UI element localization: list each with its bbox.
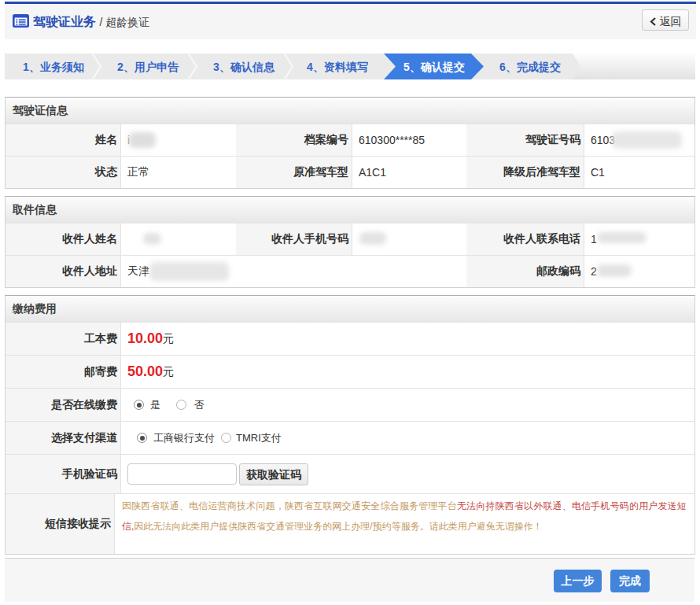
svg-text:3、确认信息: 3、确认信息 [213, 61, 275, 73]
svg-text:5、确认提交: 5、确认提交 [403, 61, 465, 73]
svg-text:1、业务须知: 1、业务须知 [23, 61, 84, 73]
svg-text:2、用户申告: 2、用户申告 [117, 61, 179, 73]
svg-text:6、完成提交: 6、完成提交 [499, 61, 561, 73]
svg-text:4、资料填写: 4、资料填写 [307, 61, 368, 73]
